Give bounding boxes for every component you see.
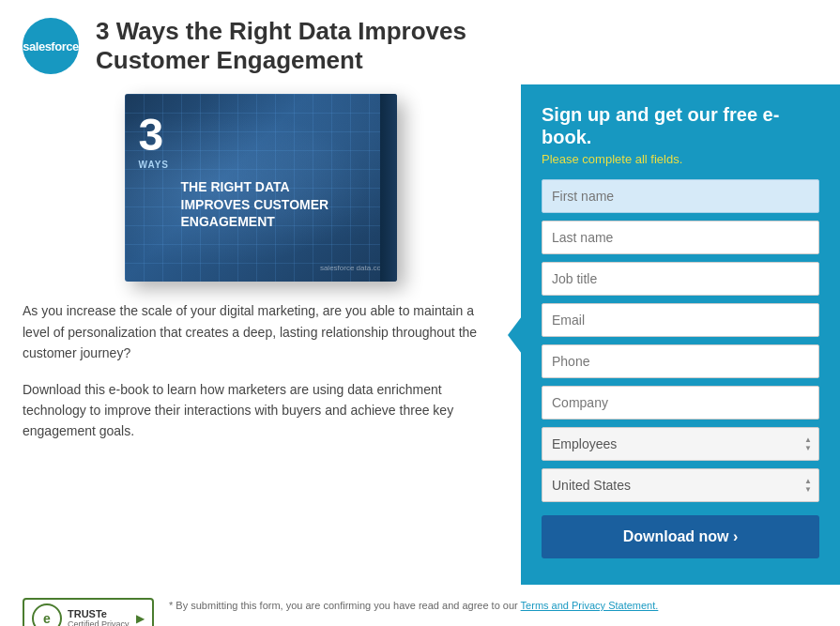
- truste-label: TRUSTe: [68, 608, 130, 619]
- job-title-input[interactable]: [542, 262, 819, 296]
- book-cover: 3 WAYS THE RIGHT DATAIMPROVES CUSTOMEREN…: [125, 94, 397, 282]
- book-tagline: THE RIGHT DATAIMPROVES CUSTOMERENGAGEMEN…: [181, 178, 383, 230]
- book-brand: salesforce data.com: [320, 264, 388, 272]
- salesforce-logo-text: salesforce: [23, 39, 78, 53]
- download-button[interactable]: Download now ›: [542, 515, 819, 558]
- trust-badges: e TRUSTe Certified Privacy ▶ ✓ NORTON SE…: [23, 598, 154, 626]
- truste-sub: Certified Privacy: [68, 619, 130, 626]
- book-spine: [380, 94, 397, 282]
- book-number: 3: [139, 113, 164, 158]
- right-panel: Sign up and get our free e-book. Please …: [521, 84, 840, 585]
- truste-icon: e: [32, 603, 62, 626]
- employees-select-wrapper: Employees 1-10 11-50 51-200 201-500 501-…: [542, 427, 819, 461]
- phone-input[interactable]: [542, 344, 819, 378]
- first-name-input[interactable]: [542, 179, 819, 213]
- truste-badge: e TRUSTe Certified Privacy ▶: [23, 598, 154, 626]
- salesforce-logo: salesforce: [23, 18, 79, 74]
- trust-disclaimer: * By submitting this form, you are confi…: [169, 598, 817, 614]
- form-subheadline: Please complete all fields.: [542, 152, 819, 166]
- email-input[interactable]: [542, 303, 819, 337]
- truste-arrow-icon: ▶: [136, 612, 145, 625]
- book-ways-label: WAYS: [139, 160, 170, 170]
- country-select[interactable]: United States Canada United Kingdom Aust…: [542, 468, 819, 502]
- employees-select[interactable]: Employees 1-10 11-50 51-200 201-500 501-…: [542, 427, 819, 461]
- header: salesforce 3 Ways the Right Data Improve…: [0, 0, 840, 84]
- description-paragraph1: As you increase the scale of your digita…: [23, 300, 498, 363]
- last-name-input[interactable]: [542, 221, 819, 254]
- page-title: 3 Ways the Right Data Improves Customer …: [96, 17, 466, 75]
- left-panel: 3 WAYS THE RIGHT DATAIMPROVES CUSTOMEREN…: [0, 84, 521, 585]
- main-layout: 3 WAYS THE RIGHT DATAIMPROVES CUSTOMEREN…: [0, 84, 840, 585]
- company-input[interactable]: [542, 386, 819, 420]
- description-paragraph2: Download this e-book to learn how market…: [23, 379, 498, 442]
- country-select-wrapper: United States Canada United Kingdom Aust…: [542, 468, 819, 502]
- privacy-link[interactable]: Terms and Privacy Statement.: [521, 600, 659, 611]
- trust-section: e TRUSTe Certified Privacy ▶ ✓ NORTON SE…: [0, 585, 840, 626]
- form-headline: Sign up and get our free e-book.: [542, 103, 819, 148]
